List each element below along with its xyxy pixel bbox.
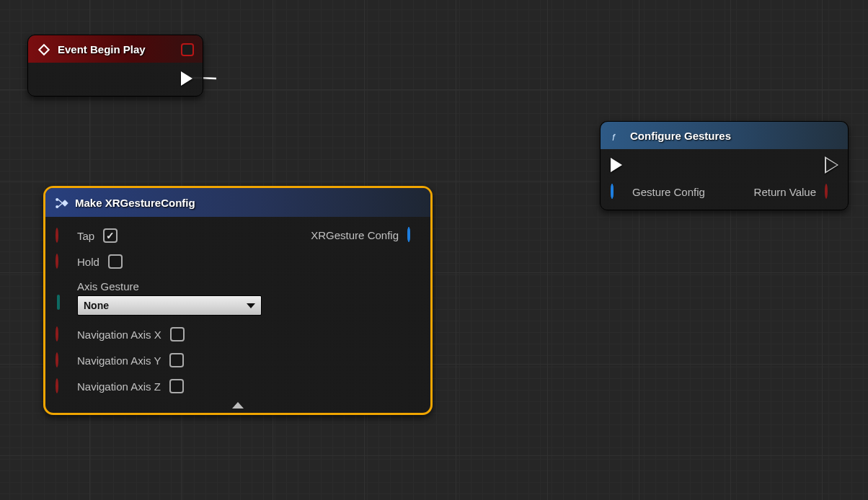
pin-label: Navigation Axis X [77, 329, 161, 341]
pin-label: Return Value [754, 186, 816, 198]
node-event-begin-play[interactable]: Event Begin Play [27, 35, 203, 97]
dropdown-value: None [84, 300, 109, 311]
output-pin-xrgesture-config[interactable]: XRGesture Config [311, 228, 420, 241]
input-pin-nav-z[interactable]: Navigation Axis Z [56, 379, 420, 393]
pin-label: Axis Gesture [77, 280, 262, 293]
node-titlebar: f Configure Gestures [601, 122, 848, 149]
chevron-up-icon [232, 402, 244, 409]
make-struct-icon [54, 196, 68, 210]
node-make-xrgestureconfig[interactable]: Make XRGestureConfig Tap XRGesture Confi… [43, 186, 433, 415]
pin-label: Tap [77, 230, 94, 242]
node-titlebar: Make XRGestureConfig [45, 188, 430, 217]
checkbox-nav-z[interactable] [169, 379, 184, 393]
input-pin-hold[interactable]: Hold [56, 254, 420, 269]
input-pin-axis-gesture[interactable]: Axis Gesture None [56, 280, 420, 316]
checkbox-tap[interactable] [103, 228, 118, 243]
delegate-pin[interactable] [181, 43, 194, 56]
expand-node-toggle[interactable] [45, 401, 430, 413]
checkbox-nav-y[interactable] [169, 353, 184, 367]
pin-label: Gesture Config [632, 186, 705, 198]
output-pin-return-value[interactable]: Return Value [754, 185, 838, 198]
pin-label: Navigation Axis Z [77, 380, 161, 393]
node-title: Configure Gestures [630, 130, 731, 142]
checkbox-nav-x[interactable] [170, 327, 185, 341]
pin-label: Navigation Axis Y [77, 354, 161, 367]
node-titlebar: Event Begin Play [28, 35, 203, 63]
axis-gesture-dropdown[interactable]: None [77, 295, 262, 316]
pin-label: Hold [77, 256, 99, 268]
event-icon [37, 43, 51, 57]
exec-out-pin[interactable] [826, 158, 838, 172]
checkbox-hold[interactable] [108, 254, 123, 269]
node-configure-gestures[interactable]: f Configure Gestures Gesture Config Retu… [600, 121, 849, 210]
exec-out-pin[interactable] [181, 71, 192, 86]
node-title: Make XRGestureConfig [75, 197, 195, 209]
pin-label: XRGesture Config [311, 229, 399, 241]
svg-point-2 [56, 205, 58, 208]
svg-text:f: f [612, 132, 616, 142]
node-title: Event Begin Play [58, 43, 146, 55]
input-pin-nav-x[interactable]: Navigation Axis X [56, 327, 420, 341]
input-pin-nav-y[interactable]: Navigation Axis Y [56, 353, 420, 367]
input-pin-tap[interactable]: Tap [56, 228, 118, 243]
caret-down-icon [247, 303, 255, 308]
input-pin-gesture-config[interactable]: Gesture Config [611, 185, 705, 198]
exec-in-pin[interactable] [611, 158, 622, 172]
function-icon: f [609, 129, 624, 143]
svg-point-1 [56, 198, 58, 201]
svg-rect-3 [61, 200, 68, 206]
